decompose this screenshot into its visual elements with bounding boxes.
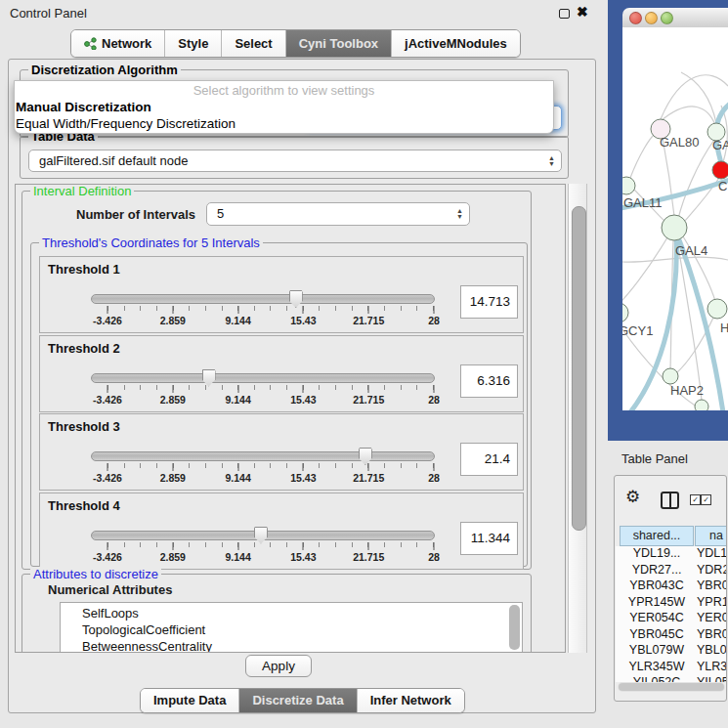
close-light[interactable]	[629, 12, 642, 24]
threshold-value-field[interactable]: 14.713	[460, 285, 518, 319]
tick-label: 2.859	[146, 315, 200, 326]
threshold-slider-track[interactable]	[91, 451, 435, 461]
combo-arrows-icon: ▲▼	[456, 208, 463, 220]
table-row[interactable]: YDL19...YDL19	[616, 546, 727, 563]
tick-label: 2.859	[146, 472, 200, 484]
table-row[interactable]: YBR043CYBR04	[616, 578, 727, 595]
network-node[interactable]	[695, 400, 708, 410]
attribute-item[interactable]: TopologicalCoefficient	[61, 621, 522, 638]
attribute-item[interactable]: SelfLoops	[61, 605, 522, 621]
tick-label: 21.715	[341, 394, 396, 406]
tab-impute-data[interactable]: Impute Data	[141, 689, 239, 712]
minor-ticks	[107, 306, 435, 311]
tick-label: 2.859	[146, 551, 200, 563]
major-tick	[303, 306, 304, 314]
tab-discretize-data[interactable]: Discretize Data	[239, 689, 357, 712]
table-row[interactable]: YBR045CYBR04	[616, 627, 727, 644]
threshold-slider-ticks: -3.4262.8599.14415.4321.71528	[107, 463, 434, 487]
settings-scrollbar-track[interactable]	[568, 184, 587, 653]
cell-shared-name: YBL079W	[621, 643, 692, 657]
network-node[interactable]	[622, 303, 628, 322]
tick-label: -3.426	[80, 551, 135, 563]
network-edge	[630, 135, 654, 178]
checkbox-icon[interactable]: ✓	[690, 494, 701, 505]
tab-jactivemnodules[interactable]: jActiveMNodules	[392, 30, 520, 57]
major-tick	[107, 542, 108, 550]
major-tick	[237, 306, 238, 314]
table-row[interactable]: YLR345WYLR34	[616, 660, 727, 676]
major-tick	[368, 463, 369, 471]
network-edge	[663, 138, 674, 216]
network-node-label: GCY1	[622, 323, 653, 338]
table-panel: ⚙ ✓ ✓ shared... na YDL19...YDL19YDR27...…	[614, 475, 727, 702]
settings-scrollbar-thumb[interactable]	[572, 206, 586, 531]
network-node[interactable]	[707, 299, 727, 319]
algorithm-option[interactable]: Equal Width/Frequency Discretization	[15, 115, 553, 132]
threshold-value-field[interactable]: 6.316	[460, 364, 518, 398]
network-node-label: HAP2	[670, 383, 704, 398]
table-row[interactable]: YER054CYER05	[616, 611, 727, 627]
tab-label: Select	[235, 31, 272, 56]
zoom-light[interactable]	[661, 12, 673, 24]
network-window-titlebar[interactable]	[622, 8, 728, 28]
algorithm-popup-hint: Select algorithm to view settings	[15, 81, 553, 99]
threshold-row: Threshold 3-3.4262.8599.14415.4321.71528…	[39, 413, 524, 491]
tick-label: 28	[407, 472, 461, 484]
threshold-slider-track[interactable]	[91, 294, 435, 304]
major-tick	[434, 306, 435, 314]
number-of-intervals-combobox[interactable]: 5 ▲▼	[206, 202, 470, 226]
numerical-attributes-list[interactable]: SelfLoopsTopologicalCoefficientBetweenne…	[60, 602, 523, 653]
table-row[interactable]: YDR27...YDR27	[616, 563, 727, 579]
table-hscrollbar-track[interactable]	[618, 682, 725, 692]
tab-network[interactable]: Network	[71, 30, 165, 57]
threshold-row: Threshold 2-3.4262.8599.14415.4321.71528…	[39, 335, 524, 412]
columns-icon[interactable]	[661, 492, 679, 509]
number-of-intervals-label: Number of Intervals	[76, 207, 195, 222]
threshold-slider-track[interactable]	[91, 373, 435, 383]
network-canvas[interactable]: GAL80GACGAL11GAL4GCY1HHAP2	[622, 27, 728, 410]
network-node[interactable]	[663, 368, 678, 384]
attribute-item[interactable]: BetweennessCentrality	[61, 638, 522, 653]
gear-icon[interactable]: ⚙	[625, 489, 640, 505]
discretization-algorithm-title: Discretization Algorithm	[28, 63, 181, 77]
tick-label: 9.144	[211, 394, 266, 406]
attributes-scrollbar[interactable]	[509, 605, 520, 650]
table-hscrollbar-thumb[interactable]	[619, 683, 724, 691]
cell-name: YBR04	[697, 627, 727, 641]
table-row[interactable]: YBL079WYBL07	[616, 643, 727, 660]
network-node[interactable]	[622, 177, 635, 194]
major-tick	[303, 542, 304, 550]
tick-label: -3.426	[80, 394, 135, 406]
apply-button[interactable]: Apply	[245, 655, 312, 677]
tab-select[interactable]: Select	[222, 30, 285, 57]
major-tick	[107, 306, 108, 314]
tab-label: Style	[178, 31, 208, 56]
threshold-label: Threshold 1	[48, 262, 120, 277]
tab-infer-network[interactable]: Infer Network	[358, 689, 464, 712]
close-icon[interactable]: ✖	[577, 4, 588, 20]
network-node[interactable]	[662, 215, 687, 240]
table-row[interactable]: YPR145WYPR14	[616, 595, 727, 612]
column-header-shared-name[interactable]: shared...	[620, 526, 694, 546]
float-window-icon[interactable]	[559, 9, 570, 19]
tab-label: jActiveMNodules	[405, 31, 507, 56]
table-row[interactable]: YIL052CYIL05	[616, 675, 727, 682]
network-node[interactable]	[712, 161, 728, 179]
tab-label: Discretize Data	[252, 690, 343, 711]
tab-style[interactable]: Style	[165, 30, 222, 57]
checkbox-icon[interactable]: ✓	[701, 494, 711, 505]
threshold-row: Threshold 4-3.4262.8599.14415.4321.71528…	[39, 492, 524, 570]
major-tick	[368, 542, 369, 550]
minimize-light[interactable]	[645, 12, 658, 24]
cyni-mode-tabs: Impute DataDiscretize DataInfer Network	[140, 688, 465, 713]
table-data-combobox[interactable]: galFiltered.sif default node ▲▼	[28, 150, 562, 172]
tick-label: 28	[407, 394, 461, 406]
threshold-value-field[interactable]: 11.344	[460, 522, 518, 555]
column-header-name[interactable]: na	[695, 526, 727, 546]
threshold-value-field[interactable]: 21.4	[460, 443, 518, 476]
algorithm-option[interactable]: Manual Discretization	[15, 99, 553, 115]
tab-cyni-toolbox[interactable]: Cyni Toolbox	[286, 30, 392, 57]
cell-name: YBL07	[697, 643, 727, 657]
tab-label: Cyni Toolbox	[299, 31, 378, 56]
cell-shared-name: YDR27...	[621, 563, 692, 577]
